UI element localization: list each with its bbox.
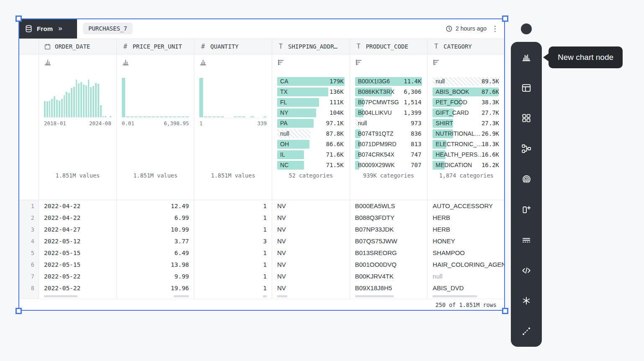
table-cell[interactable]: 1 xyxy=(194,224,272,235)
selection-handle-bottom-left[interactable] xyxy=(15,308,22,314)
table-cell[interactable]: 1 xyxy=(194,212,272,224)
chart-icon[interactable] xyxy=(520,52,533,63)
top-value-item[interactable]: MEDICATION16.2K xyxy=(433,161,500,170)
top-value-item[interactable]: PA97.1K xyxy=(277,119,345,128)
table-name-chip[interactable]: PURCHASES_7 xyxy=(83,23,133,34)
table-cell[interactable]: NV xyxy=(272,247,350,259)
row-number[interactable]: 3 xyxy=(18,224,39,235)
column-summary[interactable]: 0.016,398.951.851M values xyxy=(116,54,194,200)
top-value-item[interactable]: NC71.5K xyxy=(277,161,345,170)
kebab-menu-icon[interactable]: ⋮ xyxy=(489,23,501,34)
top-value-item[interactable]: null89.5K xyxy=(433,77,500,86)
table-row[interactable]: 12022-04-2212.491NVB000EA5WLSAUTO_ACCESS… xyxy=(18,200,505,212)
table-cell[interactable]: NV xyxy=(272,282,350,294)
table-cell[interactable]: B088Q3FDTY xyxy=(350,212,428,224)
top-value-item[interactable]: null973 xyxy=(355,119,422,128)
grid-icon[interactable] xyxy=(520,112,533,124)
top-value-item[interactable]: B004LLIKVU1,399 xyxy=(355,108,422,117)
table-row[interactable]: 62022-05-1513.981NVB001OO0DVQHAIR_COLORI… xyxy=(18,259,505,271)
column-header-product-code[interactable]: TPRODUCT_CODE xyxy=(350,39,428,54)
row-number[interactable]: 7 xyxy=(18,271,39,282)
table-cell[interactable]: 12.49 xyxy=(116,200,194,212)
row-number[interactable]: 8 xyxy=(18,282,39,294)
row-number[interactable]: 6 xyxy=(18,259,39,271)
top-value-item[interactable]: B074CRK54X747 xyxy=(355,150,422,159)
column-header-order-date[interactable]: ORDER_DATE xyxy=(39,39,116,54)
code-icon[interactable] xyxy=(520,265,533,276)
table-cell[interactable]: B000EA5WLS xyxy=(350,200,428,212)
table-cell[interactable]: 9.99 xyxy=(116,271,194,282)
from-node-button[interactable]: From » xyxy=(18,18,77,39)
column-header-shipping-addr-[interactable]: TSHIPPING_ADDR… xyxy=(272,39,350,54)
table-cell[interactable]: 2022-04-22 xyxy=(39,200,116,212)
top-value-item[interactable]: B00IX1I3G611.4K xyxy=(355,77,422,86)
from-node-card[interactable]: From » PURCHASES_7 2 hours ago ⋮ ORDER_D… xyxy=(18,18,505,311)
top-value-item[interactable]: OH86.6K xyxy=(277,140,345,149)
table-cell[interactable]: NV xyxy=(272,235,350,247)
selection-handle-bottom-right[interactable] xyxy=(502,308,508,314)
table-row[interactable]: 32022-04-2710.991NVB07NP33JDKHERB xyxy=(18,224,505,235)
table-cell[interactable]: 1 xyxy=(194,200,272,212)
table-cell[interactable]: 6.49 xyxy=(116,247,194,259)
collapsed-node-dot[interactable] xyxy=(521,23,532,34)
top-value-item[interactable]: CA179K xyxy=(277,77,345,86)
top-value-item[interactable]: SHIRT27.3K xyxy=(433,119,500,128)
table-row[interactable]: 42022-05-123.773NVB07QS75JWWHONEY xyxy=(18,235,505,247)
table-cell[interactable]: B00KJRV4TK xyxy=(350,271,428,282)
top-value-item[interactable]: ELECTRONIC_…18.3K xyxy=(433,140,500,149)
row-number[interactable]: 1 xyxy=(18,200,39,212)
table-cell[interactable]: HERB xyxy=(427,224,505,235)
table-cell[interactable]: NV xyxy=(272,224,350,235)
table-cell[interactable]: 19.96 xyxy=(116,282,194,294)
top-value-item[interactable]: HEALTH_PERS…16.6K xyxy=(433,150,500,159)
top-value-item[interactable]: null87.8K xyxy=(277,129,345,138)
insert-column-icon[interactable] xyxy=(520,204,533,215)
table-cell[interactable]: B013SREORG xyxy=(350,247,428,259)
table-cell[interactable]: B001OO0DVQ xyxy=(350,259,428,271)
dotted-link-icon[interactable] xyxy=(520,325,533,337)
table-cell[interactable]: 13.98 xyxy=(116,259,194,271)
table-layout-icon[interactable] xyxy=(520,82,533,94)
top-value-item[interactable]: B086KKT3RX6,306 xyxy=(355,88,422,96)
table-row[interactable]: 82022-05-2219.961NVB09X18J8H5ABIS_DVD xyxy=(18,282,505,294)
table-cell[interactable]: 2022-04-22 xyxy=(39,212,116,224)
table-row[interactable]: 22022-04-226.991NVB088Q3FDTYHERB xyxy=(18,212,505,224)
selection-handle-top-left[interactable] xyxy=(15,15,22,22)
table-cell[interactable]: NV xyxy=(272,271,350,282)
table-cell[interactable]: 2022-04-27 xyxy=(39,224,116,235)
table-cell[interactable]: B09X18J8H5 xyxy=(350,282,428,294)
table-cell[interactable]: 3.77 xyxy=(116,235,194,247)
table-cell[interactable]: HAIR_COLORING_AGENT xyxy=(427,259,505,271)
table-cell[interactable]: 1 xyxy=(194,247,272,259)
column-summary[interactable]: B00IX1I3G611.4KB086KKT3RX6,306B07PCMWTSG… xyxy=(350,54,428,200)
top-value-item[interactable]: ABIS_BOOK87.6K xyxy=(433,88,500,96)
table-cell[interactable]: null xyxy=(427,271,505,282)
table-row[interactable]: 72022-05-229.991NVB00KJRV4TKnull xyxy=(18,271,505,282)
table-cell[interactable]: 2022-05-22 xyxy=(39,282,116,294)
top-value-item[interactable]: FL111K xyxy=(277,98,345,107)
filter-rows-icon[interactable] xyxy=(520,234,533,246)
table-cell[interactable]: 1 xyxy=(194,259,272,271)
column-summary[interactable]: null89.5KABIS_BOOK87.6KPET_FOOD38.3KGIFT… xyxy=(427,54,505,200)
column-summary[interactable]: 13391.851M values xyxy=(194,54,272,200)
top-value-item[interactable]: PET_FOOD38.3K xyxy=(433,98,500,107)
selection-handle-top-right[interactable] xyxy=(502,15,508,22)
top-value-item[interactable]: IL71.6K xyxy=(277,150,345,159)
table-cell[interactable]: 2022-05-15 xyxy=(39,247,116,259)
top-value-item[interactable]: B071DPM9RD813 xyxy=(355,140,422,149)
table-cell[interactable]: 1 xyxy=(194,282,272,294)
asterisk-icon[interactable] xyxy=(520,295,533,307)
column-header-price-per-unit[interactable]: #PRICE_PER_UNIT xyxy=(116,39,194,54)
table-cell[interactable]: 2022-05-12 xyxy=(39,235,116,247)
table-cell[interactable]: B07NP33JDK xyxy=(350,224,428,235)
table-cell[interactable]: 10.99 xyxy=(116,224,194,235)
top-value-item[interactable]: B0009X29WK707 xyxy=(355,161,422,170)
top-value-item[interactable]: B07PCMWTSG1,514 xyxy=(355,98,422,107)
table-cell[interactable]: 3 xyxy=(194,235,272,247)
table-cell[interactable]: B07QS75JWW xyxy=(350,235,428,247)
table-cell[interactable]: NV xyxy=(272,200,350,212)
table-cell[interactable]: HONEY xyxy=(427,235,505,247)
top-value-item[interactable]: TX136K xyxy=(277,88,345,96)
row-number[interactable]: 2 xyxy=(18,212,39,224)
column-summary[interactable]: 2018-012024-081.851M values xyxy=(39,54,116,200)
